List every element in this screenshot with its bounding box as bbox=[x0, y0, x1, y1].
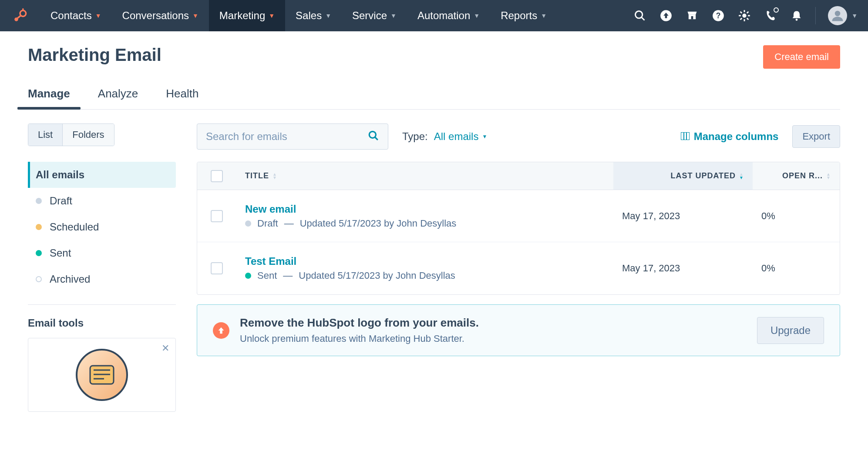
svg-line-6 bbox=[642, 17, 645, 20]
chevron-down-icon: ▼ bbox=[95, 12, 101, 19]
svg-point-22 bbox=[835, 11, 841, 17]
nav-item-marketing[interactable]: Marketing▼ bbox=[209, 0, 285, 31]
manage-columns-label: Manage columns bbox=[694, 130, 779, 143]
header-open-rate[interactable]: OPEN R...▲▼ bbox=[753, 171, 840, 180]
close-icon[interactable]: ✕ bbox=[161, 343, 169, 354]
header-title[interactable]: TITLE▲▼ bbox=[236, 171, 613, 180]
notifications-icon[interactable] bbox=[790, 9, 803, 22]
table-row: Test Email Sent — Updated 5/17/2023 by J… bbox=[197, 242, 840, 294]
svg-rect-29 bbox=[681, 132, 690, 140]
search-icon[interactable] bbox=[633, 9, 646, 22]
upgrade-icon[interactable] bbox=[659, 9, 673, 22]
header-open-label: OPEN R... bbox=[782, 171, 823, 180]
type-filter: Type: All emails▼ bbox=[402, 130, 487, 143]
nav-items: Contacts▼ Conversations▼ Marketing▼ Sale… bbox=[40, 0, 557, 31]
settings-icon[interactable] bbox=[738, 9, 751, 22]
type-filter-value[interactable]: All emails▼ bbox=[434, 130, 488, 143]
page-tabs: Manage Analyze Health bbox=[28, 81, 840, 110]
row-updated-cell: May 17, 2023 bbox=[613, 210, 753, 222]
nav-item-service[interactable]: Service▼ bbox=[342, 0, 407, 31]
segment-folders[interactable]: Folders bbox=[62, 124, 114, 146]
filter-scheduled[interactable]: Scheduled bbox=[28, 214, 176, 240]
svg-rect-9 bbox=[691, 16, 693, 19]
nav-label: Sales bbox=[296, 10, 322, 22]
status-dot-icon bbox=[36, 198, 42, 204]
email-tools-card: ✕ bbox=[28, 338, 176, 412]
chevron-down-icon: ▼ bbox=[482, 134, 487, 140]
email-updated-by: Updated 5/17/2023 by John Desyllas bbox=[299, 270, 455, 281]
filter-label: Scheduled bbox=[50, 221, 99, 233]
row-checkbox-cell bbox=[197, 210, 236, 222]
nav-label: Marketing bbox=[219, 10, 265, 22]
topnav-right-icons: ? bbox=[633, 9, 803, 22]
header-last-updated[interactable]: LAST UPDATED▲▼ bbox=[613, 162, 753, 190]
search-box[interactable] bbox=[197, 124, 388, 150]
avatar-icon bbox=[828, 6, 847, 25]
tab-manage[interactable]: Manage bbox=[28, 81, 70, 109]
export-button[interactable]: Export bbox=[792, 125, 840, 148]
email-tools-illustration-icon bbox=[76, 349, 128, 401]
marketplace-icon[interactable] bbox=[686, 9, 699, 22]
upgrade-button[interactable]: Upgrade bbox=[757, 317, 824, 344]
row-checkbox[interactable] bbox=[211, 262, 223, 274]
chevron-down-icon: ▼ bbox=[192, 12, 198, 19]
chevron-down-icon: ▼ bbox=[474, 12, 480, 19]
banner-text: Remove the HubSpot logo from your emails… bbox=[240, 316, 479, 344]
banner-subtitle: Unlock premium features with Marketing H… bbox=[240, 333, 479, 344]
svg-line-18 bbox=[747, 18, 749, 20]
email-title-link[interactable]: Test Email bbox=[245, 255, 605, 267]
row-open-rate-cell: 0% bbox=[753, 210, 840, 222]
hubspot-logo-icon[interactable] bbox=[10, 8, 30, 23]
tab-health[interactable]: Health bbox=[166, 81, 198, 109]
filter-archived[interactable]: Archived bbox=[28, 266, 176, 292]
nav-item-automation[interactable]: Automation▼ bbox=[407, 0, 490, 31]
svg-point-5 bbox=[636, 11, 643, 18]
columns-icon bbox=[681, 130, 690, 143]
search-icon[interactable] bbox=[368, 130, 379, 143]
status-dot-icon bbox=[245, 220, 251, 227]
status-dot-icon bbox=[36, 224, 42, 230]
nav-label: Reports bbox=[501, 10, 537, 22]
row-title-cell: New email Draft — Updated 5/17/2023 by J… bbox=[236, 203, 613, 229]
email-status: Draft bbox=[257, 218, 278, 229]
divider bbox=[28, 304, 176, 305]
table-row: New email Draft — Updated 5/17/2023 by J… bbox=[197, 190, 840, 242]
search-input[interactable] bbox=[206, 130, 368, 143]
nav-item-contacts[interactable]: Contacts▼ bbox=[40, 0, 112, 31]
select-all-checkbox[interactable] bbox=[211, 170, 223, 182]
calling-icon[interactable] bbox=[764, 9, 777, 22]
row-checkbox-cell bbox=[197, 262, 236, 274]
chevron-down-icon: ▼ bbox=[390, 12, 397, 19]
sort-indicator-icon: ▲▼ bbox=[739, 173, 744, 180]
filter-sent[interactable]: Sent bbox=[28, 240, 176, 266]
separator: — bbox=[283, 270, 293, 281]
email-updated-by: Updated 5/17/2023 by John Desyllas bbox=[300, 218, 457, 229]
segment-list[interactable]: List bbox=[28, 124, 62, 146]
nav-label: Automation bbox=[417, 10, 470, 22]
svg-line-28 bbox=[375, 137, 378, 140]
manage-columns-button[interactable]: Manage columns bbox=[681, 130, 779, 143]
nav-item-conversations[interactable]: Conversations▼ bbox=[112, 0, 209, 31]
upgrade-banner: Remove the HubSpot logo from your emails… bbox=[197, 304, 840, 356]
help-icon[interactable]: ? bbox=[712, 9, 725, 22]
account-menu[interactable]: ▼ bbox=[815, 7, 858, 24]
email-title-link[interactable]: New email bbox=[245, 203, 605, 215]
nav-label: Contacts bbox=[50, 10, 92, 22]
email-status: Sent bbox=[257, 270, 277, 281]
filter-label: All emails bbox=[36, 169, 84, 181]
tab-analyze[interactable]: Analyze bbox=[98, 81, 138, 109]
filter-all-emails[interactable]: All emails bbox=[28, 162, 176, 188]
status-filters: All emails Draft Scheduled Sent Archived bbox=[28, 162, 176, 292]
separator: — bbox=[284, 218, 294, 229]
filter-label: Sent bbox=[50, 247, 71, 259]
upgrade-arrow-icon bbox=[213, 322, 229, 339]
header-updated-label: LAST UPDATED bbox=[670, 171, 736, 180]
type-filter-label: Type: bbox=[402, 130, 428, 143]
row-checkbox[interactable] bbox=[211, 210, 223, 222]
filter-draft[interactable]: Draft bbox=[28, 188, 176, 214]
status-dot-icon bbox=[36, 276, 42, 282]
svg-text:?: ? bbox=[716, 11, 721, 20]
create-email-button[interactable]: Create email bbox=[763, 45, 840, 69]
nav-item-sales[interactable]: Sales▼ bbox=[285, 0, 342, 31]
nav-item-reports[interactable]: Reports▼ bbox=[490, 0, 557, 31]
